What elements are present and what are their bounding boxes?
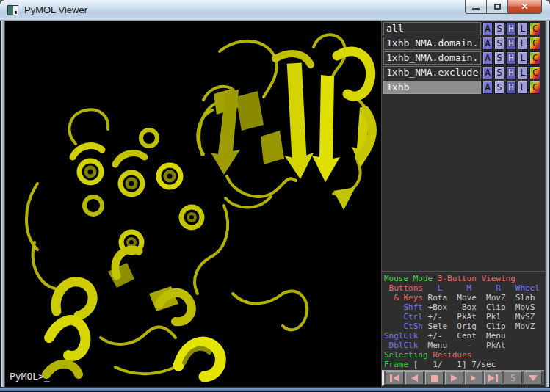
object-row: 1xhbASHLC: [382, 80, 545, 95]
hide-button[interactable]: H: [506, 37, 516, 50]
close-icon: ✕: [521, 1, 528, 12]
playback-bar: S: [382, 370, 544, 386]
play-icon: [451, 374, 457, 382]
window-title: PyMOL Viewer: [24, 4, 87, 15]
command-prompt[interactable]: PyMOL>_: [10, 371, 50, 382]
play-button[interactable]: [445, 371, 463, 385]
action-button[interactable]: A: [482, 66, 493, 79]
go-to-start-icon: [390, 374, 392, 382]
go-to-end-button[interactable]: [484, 371, 502, 385]
3d-viewport[interactable]: PyMOL>_: [5, 21, 381, 387]
go-to-start-icon: [393, 374, 399, 382]
object-row: allASHLC: [382, 21, 545, 36]
action-button[interactable]: A: [482, 81, 493, 94]
mouse-panel-line: Mouse Mode 3-Button Viewing: [384, 274, 545, 283]
object-row: 1xhb_NMA.domain.ASHLC: [382, 36, 545, 51]
label-button[interactable]: L: [518, 37, 528, 50]
go-to-end-icon: [488, 374, 495, 382]
menu-icon: [529, 375, 538, 381]
pymol-window: PyMOL Viewer ✕: [0, 0, 550, 392]
mouse-panel-line: SnglClk +/- Cent Menu: [384, 331, 545, 341]
label-button[interactable]: L: [518, 66, 528, 79]
stop-icon: [431, 375, 438, 382]
object-row: 1xhb_NMA.domain.ASHLC: [382, 51, 545, 65]
color-button[interactable]: C: [529, 81, 540, 94]
object-name[interactable]: 1xhb_NMA.exclude: [383, 66, 481, 79]
show-button[interactable]: S: [494, 22, 504, 35]
protein-cartoon: [5, 21, 381, 387]
mouse-panel-line: Frame [ 1/ 1] 7/sec: [384, 360, 545, 369]
mouse-panel-line: & Keys Rota Move MovZ Slab: [384, 293, 545, 302]
window-border-left: [0, 21, 5, 387]
mouse-panel-line: Ctrl +/- PkAt Pk1 MvSZ: [384, 312, 545, 322]
title-bar[interactable]: PyMOL Viewer ✕: [0, 0, 550, 21]
minimize-button[interactable]: [465, 0, 487, 14]
window-border-right: [545, 21, 550, 387]
color-button[interactable]: C: [529, 22, 540, 35]
color-button[interactable]: C: [529, 51, 540, 65]
mouse-panel-line: Shft +Box -Box Clip MovS: [384, 302, 545, 312]
color-button[interactable]: C: [529, 66, 540, 79]
window-border-bottom: [0, 387, 550, 392]
mouse-panel-line: Selecting Residues: [384, 350, 545, 360]
minimize-icon: [472, 8, 480, 10]
menu-button[interactable]: [524, 371, 542, 385]
hide-button[interactable]: H: [506, 51, 516, 65]
maximize-icon: [494, 4, 501, 10]
scene-button[interactable]: S: [504, 371, 522, 385]
scene-icon: S: [510, 374, 515, 382]
object-name[interactable]: 1xhb_NMA.domain.: [383, 37, 481, 50]
mouse-panel-line: Buttons L M R Wheel: [384, 283, 545, 293]
show-button[interactable]: S: [494, 81, 504, 94]
panel-spacer: [382, 95, 545, 271]
go-to-start-button[interactable]: [386, 371, 404, 385]
mouse-panel-line: CtSh Sele Orig Clip MovZ: [384, 322, 545, 331]
mouse-panel-line: DblClk Menu - PkAt: [384, 341, 545, 350]
object-name[interactable]: 1xhb_NMA.domain.: [383, 51, 481, 65]
label-button[interactable]: L: [518, 22, 528, 35]
object-name[interactable]: 1xhb: [383, 81, 481, 94]
pymol-app-icon: [7, 5, 18, 15]
hide-button[interactable]: H: [506, 81, 516, 94]
label-button[interactable]: L: [518, 81, 528, 94]
action-button[interactable]: A: [482, 37, 493, 50]
step-back-button[interactable]: [405, 371, 424, 385]
label-button[interactable]: L: [518, 51, 528, 65]
go-to-end-icon: [496, 374, 498, 382]
step-back-icon: [411, 374, 418, 382]
object-row: 1xhb_NMA.excludeASHLC: [382, 65, 545, 80]
object-list: allASHLC1xhb_NMA.domain.ASHLC1xhb_NMA.do…: [382, 21, 545, 95]
hide-button[interactable]: H: [506, 66, 516, 79]
close-button[interactable]: ✕: [508, 0, 542, 14]
step-forward-button[interactable]: [465, 371, 483, 385]
maximize-button[interactable]: [487, 0, 508, 14]
show-button[interactable]: S: [494, 51, 504, 65]
step-forward-icon: [471, 375, 476, 381]
action-button[interactable]: A: [482, 22, 493, 35]
object-name[interactable]: all: [383, 22, 481, 35]
action-button[interactable]: A: [482, 51, 493, 65]
show-button[interactable]: S: [494, 37, 504, 50]
internal-gui-panel: allASHLC1xhb_NMA.domain.ASHLC1xhb_NMA.do…: [381, 21, 545, 387]
stop-button[interactable]: [425, 371, 444, 385]
color-button[interactable]: C: [529, 37, 540, 50]
hide-button[interactable]: H: [506, 22, 516, 35]
mouse-panel-text: Mouse Mode 3-Button Viewing Buttons L M …: [382, 271, 545, 370]
show-button[interactable]: S: [494, 66, 504, 79]
